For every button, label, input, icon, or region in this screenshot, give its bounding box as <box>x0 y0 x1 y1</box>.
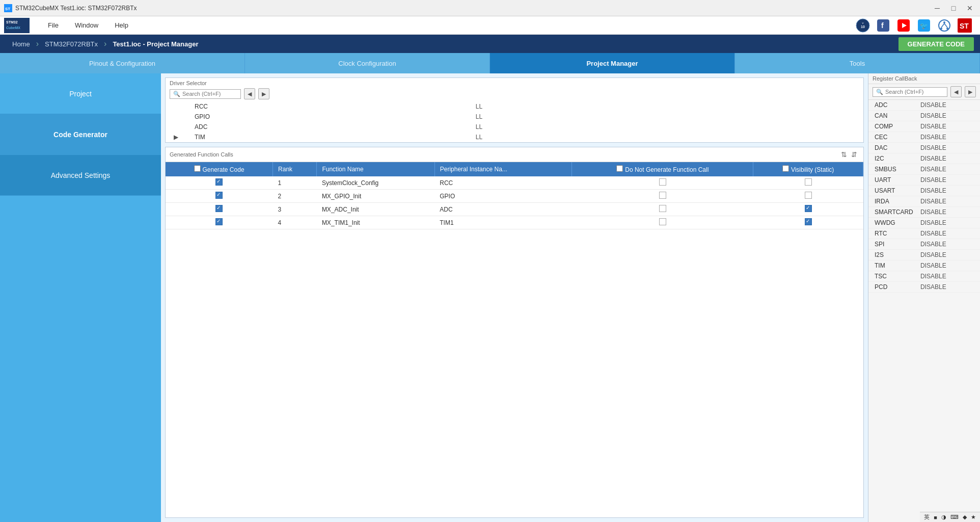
app-logo: STM32 CubeMX <box>4 18 30 33</box>
gen-generate-code-cell[interactable] <box>166 176 273 190</box>
reg-item-status: DISABLE <box>920 262 946 269</box>
maximize-button[interactable]: □ <box>947 2 960 14</box>
register-callback-row[interactable]: RTC DISABLE <box>868 228 980 239</box>
status-bar: 英 ■ ◑ ⌨ ◆ ★ <box>920 512 980 522</box>
breadcrumb-home[interactable]: Home <box>6 38 36 50</box>
svg-line-18 <box>941 23 944 28</box>
menu-file[interactable]: File <box>40 18 67 32</box>
gen-do-not-generate-cell[interactable] <box>572 176 753 190</box>
driver-table-row[interactable]: RCC LL <box>166 101 863 112</box>
register-callback-row[interactable]: UART DISABLE <box>868 175 980 186</box>
gen-table-row: 1 SystemClock_Config RCC <box>166 176 863 190</box>
gen-visibility-cell[interactable] <box>753 216 863 229</box>
reg-item-name: IRDA <box>875 198 920 205</box>
breadcrumb-bar: Home › STM32F072RBTx › Test1.ioc - Proje… <box>0 35 980 53</box>
register-callback-row[interactable]: I2S DISABLE <box>868 250 980 260</box>
tab-pinout[interactable]: Pinout & Configuration <box>0 53 245 73</box>
gen-visibility-cell[interactable] <box>753 190 863 203</box>
gen-generate-code-cell[interactable] <box>166 190 273 203</box>
gen-do-not-generate-cell[interactable] <box>572 190 753 203</box>
gen-function-name-cell: SystemClock_Config <box>317 176 434 190</box>
driver-search-input[interactable] <box>182 91 237 97</box>
driver-table-row[interactable]: ▶ TIM LL <box>166 132 863 142</box>
sidebar-item-project[interactable]: Project <box>0 73 161 114</box>
reg-item-name: USART <box>875 187 920 194</box>
register-search-input[interactable] <box>885 89 944 95</box>
reg-item-status: DISABLE <box>920 134 946 141</box>
driver-table-row[interactable]: ADC LL <box>166 122 863 132</box>
gen-generate-code-cell[interactable] <box>166 203 273 216</box>
register-callback-row[interactable]: SMARTCARD DISABLE <box>868 207 980 218</box>
col-checkbox-5[interactable] <box>782 166 791 173</box>
gen-rank-cell: 3 <box>273 203 317 216</box>
register-callback-row[interactable]: USART DISABLE <box>868 186 980 196</box>
driver-nav-next[interactable]: ▶ <box>258 88 269 99</box>
register-callback-row[interactable]: CAN DISABLE <box>868 111 980 121</box>
register-callback-row[interactable]: IRDA DISABLE <box>868 196 980 207</box>
reg-item-status: DISABLE <box>920 198 946 205</box>
col-checkbox-4[interactable] <box>616 166 625 173</box>
menu-window[interactable]: Window <box>67 18 106 32</box>
driver-search-box[interactable]: 🔍 <box>170 89 241 99</box>
driver-table-row[interactable]: GPIO LL <box>166 112 863 122</box>
menu-help[interactable]: Help <box>106 18 137 32</box>
register-callback-row[interactable]: CEC DISABLE <box>868 132 980 143</box>
driver-expand-cell <box>166 112 186 122</box>
close-button[interactable]: ✕ <box>964 2 976 14</box>
gen-generate-code-cell[interactable] <box>166 216 273 229</box>
register-callback-row[interactable]: I2C DISABLE <box>868 153 980 164</box>
breadcrumb-current[interactable]: Test1.ioc - Project Manager <box>106 38 204 50</box>
register-callback-row[interactable]: TSC DISABLE <box>868 271 980 282</box>
gen-visibility-cell[interactable] <box>753 203 863 216</box>
content-area: Driver Selector 🔍 ◀ ▶ RCC LL GPIO LL <box>161 73 868 522</box>
gen-col-header-2: Function Name <box>317 162 434 176</box>
generate-code-button[interactable]: GENERATE CODE <box>899 37 974 51</box>
reg-item-status: DISABLE <box>920 241 946 248</box>
gen-table-row: 4 MX_TIM1_Init TIM1 <box>166 216 863 229</box>
gen-do-not-generate-cell[interactable] <box>572 216 753 229</box>
sidebar-item-advanced-settings[interactable]: Advanced Settings <box>0 155 161 196</box>
driver-nav-prev[interactable]: ◀ <box>244 88 255 99</box>
register-callback-row[interactable]: PCD DISABLE <box>868 282 980 293</box>
breadcrumb-device[interactable]: STM32F072RBTx <box>39 38 104 50</box>
sort-desc-button[interactable]: ⇵ <box>849 149 859 160</box>
network-icon[interactable] <box>937 18 951 33</box>
gen-col-header-0: Generate Code <box>166 162 273 176</box>
facebook-icon[interactable]: f <box>876 18 890 33</box>
status-icon-3: ⌨ <box>950 514 959 520</box>
social-icons: v 10 f 🐦 <box>856 18 972 33</box>
register-callback-row[interactable]: DAC DISABLE <box>868 143 980 153</box>
tab-tools[interactable]: Tools <box>735 53 980 73</box>
reg-nav-next[interactable]: ▶ <box>965 86 976 97</box>
youtube-icon[interactable] <box>896 18 911 33</box>
gen-do-not-generate-cell[interactable] <box>572 203 753 216</box>
reg-item-status: DISABLE <box>920 144 946 151</box>
reg-item-status: DISABLE <box>920 187 946 194</box>
register-search-box[interactable]: 🔍 <box>873 87 947 97</box>
register-callback-row[interactable]: SPI DISABLE <box>868 239 980 250</box>
register-callback-row[interactable]: COMP DISABLE <box>868 121 980 132</box>
register-callback-row[interactable]: WWDG DISABLE <box>868 218 980 228</box>
gen-col-header-5: Visibility (Static) <box>753 162 863 176</box>
col-checkbox-0[interactable] <box>194 166 203 173</box>
reg-item-status: DISABLE <box>920 155 946 162</box>
expand-icon[interactable]: ▶ <box>174 134 178 141</box>
gen-col-header-1: Rank <box>273 162 317 176</box>
tab-project-manager[interactable]: Project Manager <box>490 53 735 73</box>
st-logo[interactable]: ST <box>958 18 972 33</box>
gen-peripheral-cell: TIM1 <box>434 216 572 229</box>
register-callback-row[interactable]: SMBUS DISABLE <box>868 164 980 175</box>
sort-asc-button[interactable]: ⇅ <box>839 149 849 160</box>
tab-clock[interactable]: Clock Configuration <box>245 53 490 73</box>
minimize-button[interactable]: ─ <box>931 2 943 14</box>
register-callback-row[interactable]: ADC DISABLE <box>868 100 980 111</box>
twitter-icon[interactable]: 🐦 <box>917 18 931 33</box>
sidebar-item-code-generator[interactable]: Code Generator <box>0 114 161 155</box>
reg-item-status: DISABLE <box>920 230 946 237</box>
driver-search-icon: 🔍 <box>173 91 180 97</box>
reg-item-name: TIM <box>875 262 920 269</box>
reg-nav-prev[interactable]: ◀ <box>950 86 962 97</box>
register-callback-row[interactable]: TIM DISABLE <box>868 260 980 271</box>
gen-visibility-cell[interactable] <box>753 176 863 190</box>
reg-item-status: DISABLE <box>920 273 946 280</box>
